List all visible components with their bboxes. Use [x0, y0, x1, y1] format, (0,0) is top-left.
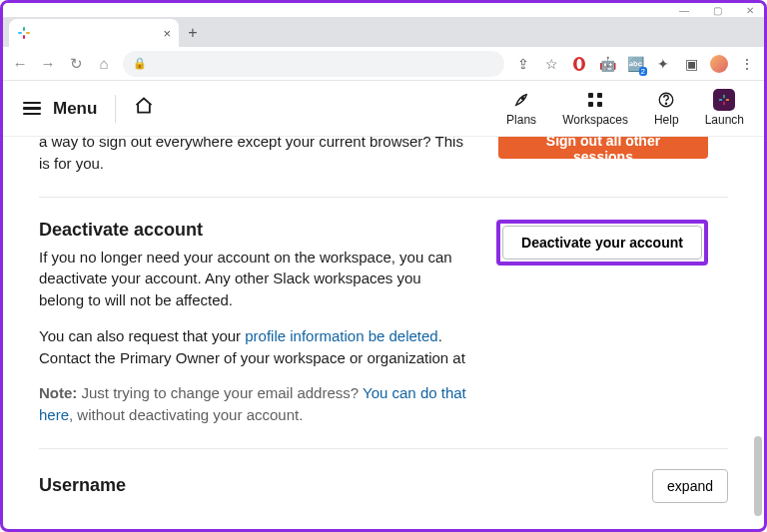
browser-menu-icon[interactable]: ⋮ [738, 55, 756, 73]
nav-label: Help [654, 113, 679, 127]
sign-out-description: a way to sign out everywhere except your… [39, 137, 468, 175]
bookmark-star-icon[interactable]: ☆ [542, 55, 560, 73]
nav-back-icon[interactable]: ← [11, 55, 29, 72]
expand-username-button[interactable]: expand [652, 469, 728, 503]
nav-help[interactable]: Help [654, 90, 679, 127]
rocket-icon [512, 90, 530, 110]
nav-workspaces[interactable]: Workspaces [562, 90, 628, 127]
svg-point-5 [577, 59, 582, 69]
deactivate-title: Deactivate account [39, 220, 468, 241]
section-sign-out: a way to sign out everywhere except your… [39, 137, 728, 197]
svg-point-6 [521, 97, 523, 99]
nav-plans[interactable]: Plans [506, 90, 536, 127]
svg-rect-8 [597, 93, 602, 98]
nav-launch[interactable]: Launch [705, 90, 744, 127]
svg-rect-16 [723, 102, 725, 105]
divider [115, 95, 116, 123]
new-tab-button[interactable]: + [179, 19, 207, 47]
extension-opera-icon[interactable] [570, 55, 588, 73]
annotation-highlight: Deactivate your account [496, 220, 708, 266]
nav-forward-icon[interactable]: → [39, 55, 57, 72]
scrollbar-thumb[interactable] [754, 436, 762, 516]
deactivate-paragraph-1: If you no longer need your account on th… [39, 247, 468, 311]
svg-rect-9 [588, 102, 593, 107]
browser-tab[interactable]: × [9, 19, 179, 47]
launch-tile-icon [713, 90, 735, 110]
svg-rect-14 [723, 95, 725, 98]
extension-badge: 2 [639, 67, 647, 76]
svg-point-12 [666, 103, 667, 104]
extension-robot-icon[interactable]: 🤖 [598, 55, 616, 73]
extension-translate-icon[interactable]: 🔤 2 [626, 55, 644, 73]
deactivate-note: Note: Just trying to change your email a… [39, 382, 468, 426]
app-header: Menu Plans Workspaces Help [3, 81, 764, 137]
svg-rect-3 [23, 35, 25, 39]
nav-home-icon[interactable]: ⌂ [95, 55, 113, 72]
svg-rect-1 [23, 27, 25, 31]
section-username: Username expand [39, 448, 728, 523]
address-bar[interactable]: 🔒 [123, 51, 504, 77]
svg-rect-7 [588, 93, 593, 98]
hamburger-icon [23, 102, 41, 116]
svg-rect-13 [719, 99, 722, 101]
nav-label: Launch [705, 113, 744, 127]
extensions-puzzle-icon[interactable]: ✦ [654, 55, 672, 73]
nav-label: Plans [506, 113, 536, 127]
nav-reload-icon[interactable]: ↻ [67, 55, 85, 73]
username-title: Username [39, 475, 126, 496]
deactivate-paragraph-2: You can also request that your profile i… [39, 325, 468, 369]
window-minimize-icon[interactable]: — [679, 5, 689, 16]
sign-out-other-sessions-button[interactable]: Sign out all other sessions [498, 137, 708, 159]
svg-rect-15 [726, 99, 729, 101]
window-close-icon[interactable]: ✕ [746, 5, 754, 16]
nav-label: Workspaces [562, 113, 628, 127]
svg-rect-2 [26, 32, 30, 34]
tab-close-icon[interactable]: × [163, 26, 171, 41]
menu-button[interactable]: Menu [23, 99, 97, 119]
share-icon[interactable]: ⇪ [514, 55, 532, 73]
deactivate-account-button[interactable]: Deactivate your account [502, 226, 702, 260]
window-maximize-icon[interactable]: ▢ [713, 5, 722, 16]
help-icon [657, 90, 675, 110]
grid-icon [587, 90, 603, 110]
svg-rect-0 [18, 32, 22, 34]
slack-favicon [17, 26, 31, 40]
browser-toolbar: ← → ↻ ⌂ 🔒 ⇪ ☆ 🤖 🔤 2 ✦ ▣ ⋮ [3, 47, 764, 81]
profile-avatar[interactable] [710, 55, 728, 73]
browser-tabstrip: × + [3, 17, 764, 47]
section-deactivate-account: Deactivate account If you no longer need… [39, 197, 728, 448]
extension-window-icon[interactable]: ▣ [682, 55, 700, 73]
svg-rect-10 [597, 102, 602, 107]
lock-icon: 🔒 [133, 57, 147, 70]
profile-delete-link[interactable]: profile information be deleted [245, 327, 437, 344]
page-content: a way to sign out everywhere except your… [3, 137, 764, 529]
menu-label: Menu [53, 99, 97, 119]
home-icon[interactable] [134, 96, 154, 121]
